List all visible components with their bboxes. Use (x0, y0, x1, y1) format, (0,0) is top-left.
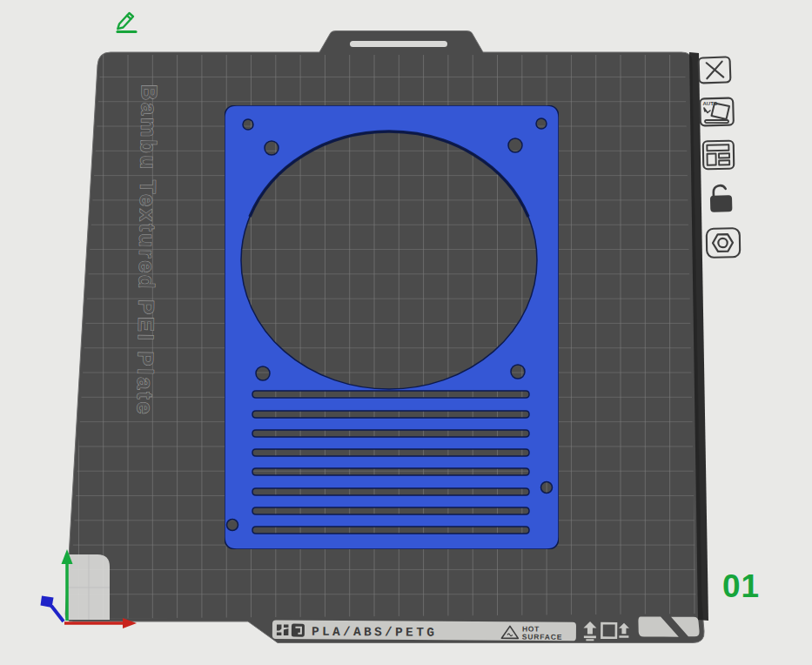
arrange-button[interactable] (700, 138, 740, 172)
hex-nut-icon (704, 226, 744, 261)
plate-number: 01 (722, 568, 760, 605)
auto-orient-icon: AUTO (698, 95, 736, 130)
qr-badge-icon (292, 624, 305, 637)
lock-plate-button[interactable] (702, 180, 742, 215)
edit-plate-button[interactable] (110, 5, 144, 37)
pencil-icon (110, 5, 144, 37)
auto-orient-button[interactable]: AUTO (698, 95, 738, 130)
viewport-3d: Bambu Textured PEI Plate PLA/ABS/PETG HO… (0, 0, 812, 665)
delete-plate-button[interactable] (696, 54, 736, 89)
x-icon (696, 55, 735, 88)
plate-handle-slot (350, 41, 447, 47)
unlocked-padlock-icon (702, 180, 741, 217)
plate-label: Bambu Textured PEI Plate (133, 84, 162, 417)
model-object[interactable] (225, 105, 559, 549)
hot-surface-line2: SURFACE (522, 632, 562, 641)
arrange-icon (700, 138, 738, 172)
plate-settings-button[interactable] (704, 226, 744, 261)
z-axis-arrow (41, 596, 64, 622)
